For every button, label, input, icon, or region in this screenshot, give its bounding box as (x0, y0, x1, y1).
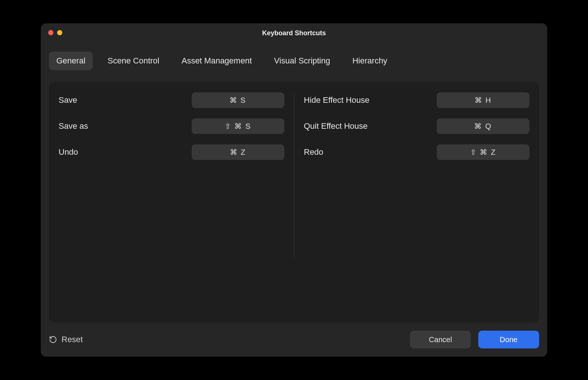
shortcut-key-quit[interactable]: ⌘ Q (437, 118, 529, 134)
shortcut-key-hide[interactable]: ⌘ H (437, 92, 529, 108)
tab-scene-control[interactable]: Scene Control (100, 52, 166, 70)
shortcut-label: Redo (304, 147, 324, 157)
reset-label: Reset (62, 335, 83, 344)
reset-button[interactable]: Reset (49, 335, 83, 344)
minimize-icon[interactable] (57, 30, 62, 35)
shortcut-row-redo: Redo ⇧ ⌘ Z (304, 144, 530, 160)
shortcut-row-hide: Hide Effect House ⌘ H (304, 92, 530, 108)
titlebar: Keyboard Shortcuts (41, 23, 547, 43)
shortcut-row-undo: Undo ⌘ Z (59, 144, 284, 160)
shortcut-label: Hide Effect House (304, 95, 370, 105)
shortcuts-window: Keyboard Shortcuts General Scene Control… (41, 23, 547, 357)
shortcut-label: Undo (59, 147, 78, 157)
tab-asset-management[interactable]: Asset Management (174, 52, 260, 70)
shortcut-key-save-as[interactable]: ⇧ ⌘ S (192, 118, 284, 134)
footer: Reset Cancel Done (41, 322, 547, 357)
shortcut-label: Quit Effect House (304, 121, 368, 131)
shortcuts-panel: Save ⌘ S Save as ⇧ ⌘ S Undo ⌘ Z Hide Eff… (49, 82, 539, 322)
shortcut-key-save[interactable]: ⌘ S (192, 92, 284, 108)
reset-icon (49, 335, 57, 344)
content-area: Save ⌘ S Save as ⇧ ⌘ S Undo ⌘ Z Hide Eff… (41, 75, 547, 322)
tab-general[interactable]: General (49, 52, 93, 70)
shortcut-key-undo[interactable]: ⌘ Z (192, 144, 284, 160)
shortcut-label: Save (59, 95, 77, 105)
shortcut-key-redo[interactable]: ⇧ ⌘ Z (437, 144, 529, 160)
shortcuts-column-right: Hide Effect House ⌘ H Quit Effect House … (294, 90, 539, 314)
cancel-button[interactable]: Cancel (410, 331, 471, 348)
done-button[interactable]: Done (478, 331, 539, 348)
window-title: Keyboard Shortcuts (262, 29, 326, 37)
tab-hierarchy[interactable]: Hierarchy (345, 52, 394, 70)
tab-bar: General Scene Control Asset Management V… (41, 43, 547, 75)
shortcut-row-save: Save ⌘ S (59, 92, 284, 108)
shortcut-row-save-as: Save as ⇧ ⌘ S (59, 118, 284, 134)
shortcut-row-quit: Quit Effect House ⌘ Q (304, 118, 530, 134)
window-controls (48, 30, 62, 35)
footer-buttons: Cancel Done (410, 331, 539, 348)
shortcuts-column-left: Save ⌘ S Save as ⇧ ⌘ S Undo ⌘ Z (49, 90, 294, 314)
shortcut-label: Save as (59, 121, 88, 131)
tab-visual-scripting[interactable]: Visual Scripting (267, 52, 337, 70)
close-icon[interactable] (48, 30, 53, 35)
